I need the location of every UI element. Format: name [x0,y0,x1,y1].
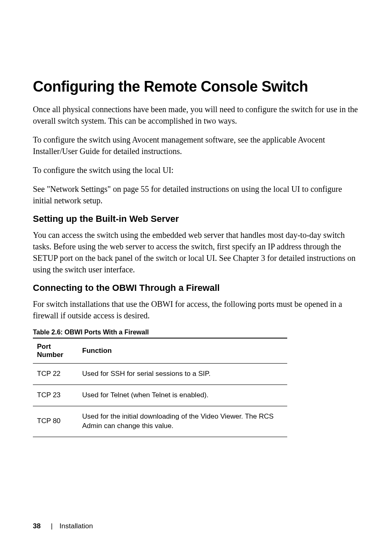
table-cell-port: TCP 23 [33,385,78,406]
page-footer: 38 | Installation [33,522,93,530]
footer-section: Installation [60,522,93,530]
footer-divider: | [51,522,53,530]
table-row: TCP 23 Used for Telnet (when Telnet is e… [33,385,287,406]
section1-paragraph: You can access the switch using the embe… [33,229,359,275]
paragraph-2: To configure the switch using Avocent ma… [33,134,359,157]
section2-paragraph: For switch installations that use the OB… [33,298,359,321]
page-number: 38 [33,522,41,530]
table-caption: Table 2.6: OBWI Ports With a Firewall [33,329,359,336]
paragraph-4: See "Network Settings" on page 55 for de… [33,183,359,206]
section-heading-web-server: Setting up the Built-in Web Server [33,214,359,224]
table-header-port: Port Number [33,338,78,364]
table-row: TCP 80 Used for the initial downloading … [33,406,287,437]
page-heading: Configuring the Remote Console Switch [33,78,359,95]
section-heading-firewall: Connecting to the OBWI Through a Firewal… [33,283,359,293]
table-cell-function: Used for SSH for serial sessions to a SI… [78,364,287,385]
table-cell-port: TCP 80 [33,406,78,437]
table-cell-port: TCP 22 [33,364,78,385]
table-cell-function: Used for Telnet (when Telnet is enabled)… [78,385,287,406]
table-header-row: Port Number Function [33,338,287,364]
ports-table: Port Number Function TCP 22 Used for SSH… [33,338,287,437]
table-row: TCP 22 Used for SSH for serial sessions … [33,364,287,385]
paragraph-1: Once all physical connections have been … [33,104,359,127]
table-header-function: Function [78,338,287,364]
paragraph-3: To configure the switch using the local … [33,164,359,176]
table-cell-function: Used for the initial downloading of the … [78,406,287,437]
